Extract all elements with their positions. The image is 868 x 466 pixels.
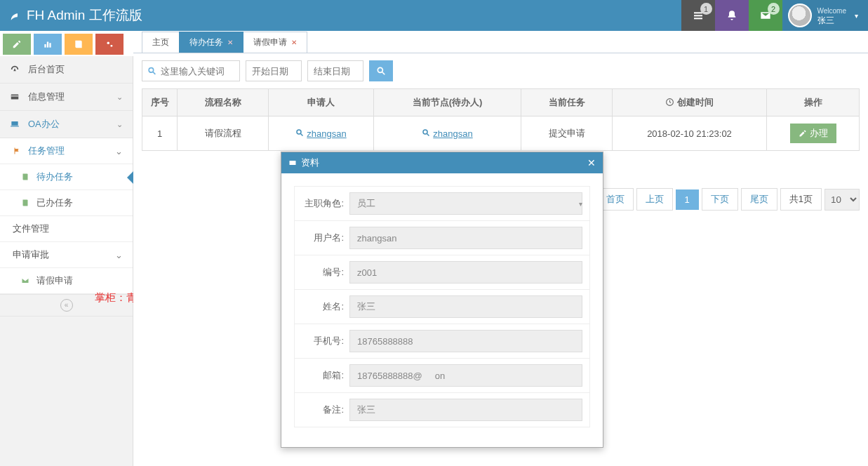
th-task: 当前任务 bbox=[521, 89, 613, 116]
svg-point-14 bbox=[378, 67, 382, 72]
sidebar-label-home: 后台首页 bbox=[28, 63, 65, 76]
label-remark: 备注: bbox=[295, 394, 349, 426]
code-field[interactable] bbox=[349, 261, 582, 284]
search-button[interactable] bbox=[369, 60, 393, 81]
table-header-row: 序号 流程名称 申请人 当前节点(待办人) 当前任务 创建时间 操作 bbox=[142, 89, 860, 116]
sidebar-item-tasks[interactable]: 任务管理 ⌄ bbox=[0, 138, 133, 164]
tab-todo[interactable]: 待办任务✕ bbox=[179, 32, 243, 53]
sidebar-label-oa: OA办公 bbox=[28, 118, 60, 131]
label-email: 邮箱: bbox=[295, 359, 349, 392]
row-name: 姓名: bbox=[294, 289, 590, 324]
chevron-down-icon: ⌄ bbox=[116, 93, 123, 102]
chevron-down-icon: ⌄ bbox=[115, 146, 123, 157]
caret-down-icon: ▾ bbox=[855, 12, 858, 20]
cell-task: 提交申请 bbox=[521, 116, 613, 151]
page-last[interactable]: 尾页 bbox=[741, 188, 777, 211]
phone-field[interactable] bbox=[349, 330, 582, 352]
sidebar-item-files[interactable]: 文件管理 bbox=[0, 216, 133, 242]
name-field[interactable] bbox=[349, 295, 582, 318]
remark-field[interactable] bbox=[349, 399, 582, 421]
svg-rect-0 bbox=[694, 12, 702, 13]
row-email: 邮箱: bbox=[294, 358, 590, 393]
close-icon[interactable]: ✕ bbox=[291, 39, 297, 46]
sidebar-item-info[interactable]: 信息管理 ⌄ bbox=[0, 84, 133, 110]
modal-title: 资料 bbox=[301, 157, 319, 169]
keyword-input[interactable] bbox=[142, 60, 240, 81]
row-role: 主职角色: ▾ bbox=[294, 186, 590, 221]
quick-edit-button[interactable] bbox=[3, 34, 31, 55]
svg-rect-3 bbox=[44, 44, 46, 48]
page-prev[interactable]: 上页 bbox=[636, 188, 673, 211]
end-date-input[interactable] bbox=[307, 60, 363, 81]
th-no: 序号 bbox=[142, 89, 178, 116]
topbar-right: 1 2 Welcome 张三 ▾ bbox=[681, 0, 869, 31]
close-icon[interactable]: ✕ bbox=[227, 39, 233, 46]
leaf-icon bbox=[8, 9, 21, 22]
messages-button[interactable]: 2 bbox=[749, 0, 782, 31]
user-field[interactable] bbox=[349, 227, 582, 249]
alerts-button[interactable] bbox=[715, 0, 749, 31]
row-code: 编号: bbox=[294, 255, 590, 290]
pagination: 转 首页 上页 1 下页 尾页 共1页 10 bbox=[567, 188, 860, 211]
messages-badge: 2 bbox=[768, 3, 780, 15]
row-remark: 备注: bbox=[294, 392, 590, 427]
tasks-button[interactable]: 1 bbox=[681, 0, 715, 31]
th-createtime: 创建时间 bbox=[613, 89, 767, 116]
card-icon bbox=[10, 92, 21, 102]
handle-button[interactable]: 办理 bbox=[790, 124, 836, 143]
tabs: 主页 待办任务✕ 请假申请✕ bbox=[133, 31, 868, 53]
quick-stats-button[interactable] bbox=[34, 34, 62, 55]
laptop-icon bbox=[10, 119, 21, 129]
sidebar-item-leave[interactable]: 请假申请 bbox=[0, 268, 133, 294]
cell-applicant: zhangsan bbox=[269, 116, 374, 151]
role-select[interactable] bbox=[349, 192, 582, 215]
bell-icon bbox=[726, 10, 737, 21]
svg-rect-23 bbox=[290, 161, 296, 165]
pagesize-select[interactable]: 10 bbox=[824, 189, 860, 211]
envelope-icon bbox=[21, 277, 29, 285]
edit-icon bbox=[799, 129, 807, 138]
page-current[interactable]: 1 bbox=[676, 189, 699, 210]
quick-settings-button[interactable] bbox=[95, 34, 123, 55]
tab-home[interactable]: 主页 bbox=[142, 32, 180, 53]
flag-icon bbox=[13, 147, 21, 155]
cell-no: 1 bbox=[142, 116, 178, 151]
svg-rect-5 bbox=[49, 43, 51, 47]
email-field[interactable] bbox=[349, 364, 582, 387]
brand: FH Admin 工作流版 bbox=[0, 6, 142, 25]
label-phone: 手机号: bbox=[295, 325, 349, 357]
cell-procname: 请假流程 bbox=[178, 116, 269, 151]
sidebar-item-todo[interactable]: 待办任务 bbox=[0, 164, 133, 190]
search-icon bbox=[147, 67, 156, 76]
th-node: 当前节点(待办人) bbox=[374, 89, 521, 116]
book-icon bbox=[21, 173, 29, 181]
quick-book-button[interactable] bbox=[65, 34, 93, 55]
quick-actions bbox=[3, 34, 123, 55]
cell-op: 办理 bbox=[767, 116, 860, 151]
dashboard-icon bbox=[10, 65, 21, 74]
applicant-link[interactable]: zhangsan bbox=[295, 128, 346, 139]
label-code: 编号: bbox=[295, 256, 349, 288]
sidebar-item-done[interactable]: 已办任务 bbox=[0, 190, 133, 216]
modal-body: 主职角色: ▾ 用户名: 编号: 姓名: 手机号: 邮箱: 备注 bbox=[281, 173, 603, 447]
svg-line-20 bbox=[427, 133, 429, 135]
sidebar-item-oa[interactable]: OA办公 ⌄ bbox=[0, 111, 133, 138]
node-link[interactable]: zhangsan bbox=[422, 128, 472, 139]
svg-point-19 bbox=[423, 130, 427, 134]
chevron-left-icon: « bbox=[60, 299, 73, 312]
user-menu[interactable]: Welcome 张三 ▾ bbox=[782, 0, 869, 31]
modal-header[interactable]: 资料 ✕ bbox=[281, 152, 603, 173]
tasks-badge: 1 bbox=[700, 3, 712, 15]
sidebar-label-todo: 待办任务 bbox=[36, 171, 73, 183]
tab-leave[interactable]: 请假申请✕ bbox=[243, 32, 307, 53]
close-icon[interactable]: ✕ bbox=[587, 157, 596, 168]
sidebar-item-approve[interactable]: 申请审批 ⌄ bbox=[0, 242, 133, 268]
sidebar-label-files: 文件管理 bbox=[13, 222, 49, 235]
svg-rect-8 bbox=[11, 95, 19, 100]
sidebar-item-home[interactable]: 后台首页 bbox=[0, 56, 133, 83]
start-date-input[interactable] bbox=[246, 60, 302, 81]
search-icon bbox=[295, 129, 304, 139]
page-next[interactable]: 下页 bbox=[702, 188, 738, 211]
pencil-icon bbox=[12, 39, 22, 49]
cell-node: zhangsan bbox=[374, 116, 521, 151]
